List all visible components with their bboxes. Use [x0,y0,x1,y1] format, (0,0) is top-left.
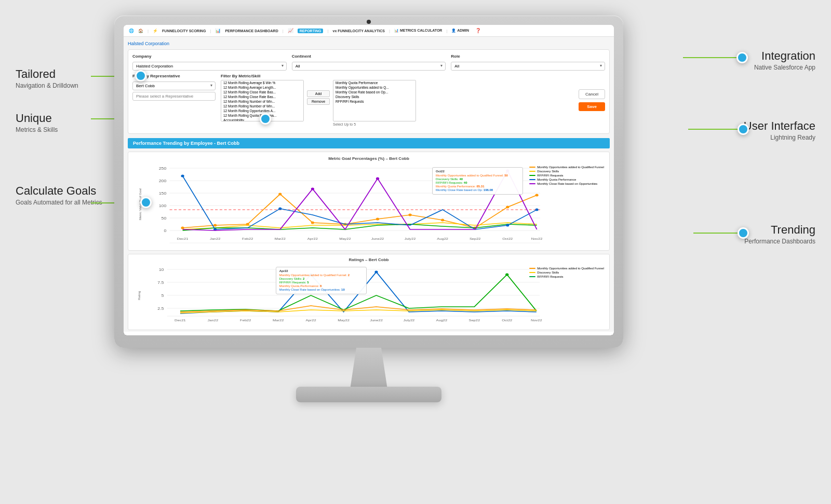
chart2-tooltip-line-1: Monthly Opportunities added to Qualified… [279,274,363,277]
annotation-unique-title: Unique [16,112,58,125]
add-metric-button[interactable]: Add [307,90,330,97]
metric-item-5[interactable]: 12 Month Rolling Number of Win... [221,99,303,104]
annotation-unique-subtitle: Metrics & Skills [16,126,58,133]
svg-text:150: 150 [159,192,167,196]
chart2-tooltip-line-4: Monthly Quota Performance: 8 [279,284,363,288]
selected-item-4[interactable]: Discovery Skills [333,94,416,99]
svg-text:Mar22: Mar22 [275,237,286,240]
svg-text:Sep22: Sep22 [468,319,480,322]
monitor-bezel: 🌐 🏠 | ⚡ FUNNELOCITY SCORING | 📊 PERFORMA… [114,16,623,348]
svg-text:Oct22: Oct22 [502,237,513,240]
legend-item-3: RFP/RFI Requests [529,174,604,177]
svg-text:Nov22: Nov22 [531,319,542,322]
rep-search-input[interactable] [132,92,216,101]
metric-item-2[interactable]: 12 Month Rolling Average Length... [221,85,303,90]
dot-tailored [135,70,146,81]
rep-select[interactable]: Bert Cobb [132,81,216,90]
save-button[interactable]: Save [579,102,605,111]
svg-text:2.5: 2.5 [157,307,164,311]
chart2-tooltip-line-3: RFP/RFI Requests: 5 [279,281,363,284]
monitor: 🌐 🏠 | ⚡ FUNNELOCITY SCORING | 📊 PERFORMA… [114,16,623,410]
chart2-ylabel: Rating [132,264,145,326]
tooltip-line-5: Monthly Close Rate based on Op: 196.08 [436,188,519,192]
annotation-trending-title: Trending [744,223,815,237]
dot-integration [736,52,748,63]
company-label: Company [132,54,287,59]
continent-label: Continent [292,54,446,59]
metric-item-7[interactable]: 12 Month Rolling Opportunities A... [221,108,303,113]
company-link[interactable]: Halsted Corporation [128,41,610,46]
svg-text:July22: July22 [404,319,415,322]
svg-point-15 [213,224,217,227]
cancel-button[interactable]: Cancel [579,89,605,99]
svg-text:Apr22: Apr22 [306,319,316,322]
role-select[interactable]: All [451,62,605,71]
nav-help-icon[interactable]: ❓ [475,28,481,33]
dot-unique [260,113,271,125]
legend-dot-2 [529,171,535,172]
tooltip-line-4: Monthly Quota Performance: 85.31 [436,185,519,188]
svg-point-56 [374,271,378,274]
nav-metrics-calc[interactable]: 📊 METRICS CALCULATOR [394,29,442,33]
svg-text:Mar22: Mar22 [273,319,284,322]
chart2-legend-label-1: Monthly Opportunities added to Qualified… [537,267,604,270]
dot-trending [738,227,749,239]
chart2-tooltip-date: Apr22 [279,269,363,273]
svg-point-26 [181,175,184,178]
continent-select[interactable]: All [292,62,446,71]
metric-item-3[interactable]: 12 Month Rolling Close Rate Bas... [221,90,303,94]
dot-ui [738,124,749,135]
monitor-stand-base [296,387,441,402]
svg-point-21 [408,214,411,216]
nav-admin[interactable]: 👤 ADMIN [451,29,469,33]
company-select[interactable]: Halsted Corporation [132,62,287,71]
chart2-tooltip-line-2: Discovery Skills: 2 [279,277,363,280]
selected-item-1[interactable]: Monthly Quota Performance [333,80,416,85]
role-select-wrapper: All [451,60,605,71]
chart2-legend: Monthly Opportunities added to Qualified… [529,267,604,279]
svg-point-17 [278,193,282,196]
nav-funnelocity-scoring[interactable]: FUNNELOCITY SCORING [162,29,206,33]
nav-separator: | [148,29,149,33]
selected-item-3[interactable]: Monthly Close Rate based on Op... [333,90,416,94]
svg-text:50: 50 [162,216,167,221]
svg-point-14 [181,227,184,229]
svg-text:5: 5 [162,294,165,298]
legend-label-4: Monthly Quota Performance [537,178,576,181]
chart2-container: Ratings – Bert Cobb Rating [128,254,610,330]
metric-item-4[interactable]: 12 Month Rolling Close Rate Bas... [221,94,303,99]
monitor-stand-neck [338,348,400,389]
svg-point-22 [441,219,444,222]
annotation-tailored-title: Tailored [16,67,78,81]
metric-item-6[interactable]: 12 Month Rolling Number of Win... [221,104,303,108]
chart1-svg-area: 250 200 150 100 50 0 [150,163,605,246]
nav-analytics[interactable]: vx FUNNELOCITY ANALYTICS [332,29,384,33]
nav-performance-dashboard[interactable]: PERFORMANCE DASHBOARD [225,29,278,33]
selected-item-2[interactable]: Monthly Opportunities added to Q... [333,85,416,90]
nav-reporting[interactable]: REPORTING [298,29,324,33]
svg-text:Feb22: Feb22 [240,319,251,322]
nav-bar: 🌐 🏠 | ⚡ FUNNELOCITY SCORING | 📊 PERFORMA… [124,25,614,37]
chart2-legend-label-2: Discovery Skills [537,271,559,274]
svg-text:June22: June22 [371,237,384,240]
svg-point-32 [376,178,379,180]
chart2-legend-dot-3 [529,276,535,277]
legend-item-2: Discovery Skills [529,170,604,173]
svg-text:Aug22: Aug22 [436,319,447,322]
annotation-tailored: Tailored Navigation & Drilldown [16,67,78,89]
chart-header: Performance Trending by Employee - Bert … [128,138,610,148]
nav-icon-globe: 🌐 [129,29,134,33]
annotation-calculate-subtitle: Goals Automated for all Metrics [16,199,102,206]
remove-metric-button[interactable]: Remove [307,98,330,105]
chart2-legend-dot-1 [529,268,535,269]
tooltip-line-1: Monthly Opportunities added to Qualified… [436,174,519,177]
svg-text:Oct22: Oct22 [502,319,512,322]
metric-item-1[interactable]: 12 Month Rolling Average $ Win % [221,80,303,85]
metric-selected-list[interactable]: Monthly Quota Performance Monthly Opport… [333,80,416,121]
filter-row-2: Filter By Representative Bert Cobb [132,74,605,126]
content-area: Halsted Corporation Company Halsted Corp… [124,37,614,332]
filter-company-group: Company Halsted Corporation [132,54,287,71]
svg-text:June22: June22 [370,319,383,322]
selected-item-5[interactable]: RFP/RFI Requests [333,99,416,104]
svg-text:Feb22: Feb22 [242,237,253,240]
